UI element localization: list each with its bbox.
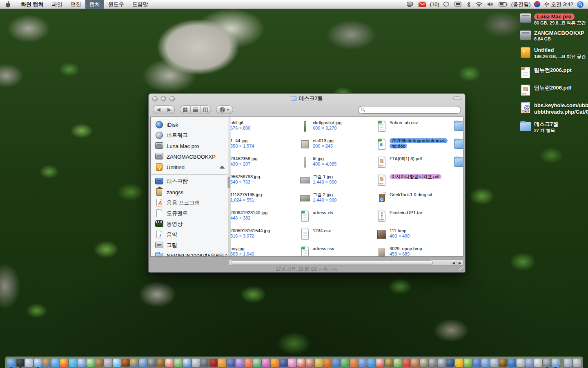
folder-icon-item[interactable]	[454, 156, 463, 168]
desktop-icon-데스크7월[interactable]: 데스크7월27 개 항목	[519, 121, 558, 134]
dock-icon-star-navy[interactable]	[279, 359, 287, 367]
file-item[interactable]: 그림 1.jpg1,440 × 900	[300, 174, 336, 186]
file-item[interactable]: boy.jpg365 × 1,640	[231, 246, 254, 256]
sidebar-item-그림[interactable]: 그림	[151, 240, 228, 251]
app-menu-title[interactable]: 화면 캡처	[17, 0, 48, 9]
dock-icon-capture-one[interactable]	[183, 359, 191, 367]
dock-icon-globe-pet[interactable]	[472, 359, 481, 367]
resize-grip[interactable]	[459, 267, 464, 272]
dock-icon-office-excel[interactable]	[341, 359, 349, 367]
scrollbar-thumb[interactable]	[231, 260, 433, 265]
dock-icon-google-earth[interactable]	[508, 359, 516, 367]
list-view-button[interactable]	[190, 105, 200, 114]
dock-icon-business-card[interactable]	[192, 359, 200, 367]
file-item[interactable]: adress.xls	[300, 210, 333, 222]
file-item[interactable]: ttt.jpg400 × 4,385	[300, 156, 336, 168]
mail-icon[interactable]	[417, 0, 428, 9]
desktop-icon-Untitled[interactable]: Untitled186.26 GB, ...B 여유 공간	[519, 47, 586, 60]
dock-icon-butterfly[interactable]	[262, 359, 270, 367]
dock-icon-feather-quill[interactable]	[253, 359, 261, 367]
dock-icon-msn-messenger[interactable]	[367, 359, 375, 367]
dock-icon-dashboard[interactable]	[16, 359, 24, 367]
dock-icon-finder[interactable]	[7, 359, 16, 367]
sidebar-item-동영상[interactable]: 동영상	[151, 219, 228, 229]
wifi-icon[interactable]	[474, 0, 483, 9]
dock-icon-crystal-pink[interactable]	[288, 359, 296, 367]
file-item[interactable]: ckrtlgustkd.jpg600 × 3,270	[300, 120, 341, 132]
dock-icon-address-book[interactable]	[95, 359, 103, 367]
sidebar-item-NEWRUN2006년5월6월7월[interactable]: NEWRUN2006년5월6월7월	[151, 251, 228, 256]
screen-capture-menu-icon[interactable]	[405, 0, 415, 9]
bluetooth-icon[interactable]	[466, 0, 472, 9]
sidebar-item-네트워크[interactable]: 네트워크	[151, 130, 228, 141]
dock-icon-purple-swoosh[interactable]	[236, 359, 244, 367]
menu-item-파일[interactable]: 파일	[48, 0, 67, 9]
dock-icon-gold-medal[interactable]	[314, 359, 323, 367]
battery-icon[interactable]	[497, 0, 509, 9]
korean-input-flag-icon[interactable]	[533, 0, 541, 9]
desktop-icon-ZANGMACBOOKXP[interactable]: ZANGMACBOOKXP6.84 GB	[519, 29, 584, 42]
dock-icon-itunes[interactable]	[113, 359, 121, 367]
sidebar-item-Untitled[interactable]: Untitled	[151, 162, 228, 173]
desktop-icon-bbs.keyhole.com/ubb/[interactable]: @HTTPbbs.keyhole.com/ubb/ubbthreads.php/…	[519, 102, 588, 115]
volume-icon[interactable]	[486, 0, 495, 9]
dock-icon-cyberduck[interactable]	[455, 359, 463, 367]
dock-icon-toaster[interactable]	[437, 359, 445, 367]
dock-icon-photo-album[interactable]	[420, 359, 428, 367]
dock-icon-flash[interactable]	[376, 359, 384, 367]
sidebar-item-도큐멘트[interactable]: 도큐멘트	[151, 208, 228, 219]
file-item[interactable]: Yahoo_ab.csv	[376, 120, 418, 132]
icon-view-button[interactable]	[180, 105, 190, 114]
sidebar-item-ZANGMACBOOKXP[interactable]: ZANGMACBOOKXP	[151, 151, 228, 162]
dock-icon-imovie[interactable]	[130, 359, 138, 367]
dock-icon-flash-player[interactable]	[402, 359, 410, 367]
dock-icon-blue-bag[interactable]	[525, 359, 533, 367]
file-item[interactable]: GeekTool-1.0.dmg.sit	[376, 192, 432, 204]
dock-icon-calculator[interactable]	[104, 359, 112, 367]
file-item[interactable]: etc013.jpg200 × 245	[300, 138, 334, 150]
folder-icon-item[interactable]	[454, 120, 463, 132]
spotlight-icon[interactable]	[576, 0, 585, 9]
sidebar-item-Luna Mac pro[interactable]: Luna Mac pro	[151, 141, 228, 151]
file-item[interactable]: 1_44.jpg550 × 1,574	[231, 138, 254, 150]
file-item[interactable]: phil.gif676 × 800	[231, 120, 250, 132]
sidebar-item-iDisk[interactable]: iDisk	[151, 119, 228, 130]
dock-icon-skype[interactable]	[69, 359, 77, 367]
dock-icon-wmv-player[interactable]	[174, 359, 182, 367]
dock-icon-pencil-x[interactable]	[306, 359, 314, 367]
dock-icon-image-capture[interactable]	[543, 359, 551, 367]
dock-icon-yahoo-messenger[interactable]	[60, 359, 68, 367]
menu-item-도움말[interactable]: 도움말	[128, 0, 152, 9]
dock-icon-photoshop[interactable]	[121, 359, 129, 367]
dock-icon-sherlock[interactable]	[139, 359, 147, 367]
dock-icon-feather-red[interactable]	[244, 359, 252, 367]
dock-icon-garageband[interactable]	[156, 359, 165, 367]
dock-icon-flower-orange[interactable]	[271, 359, 279, 367]
minimize-button[interactable]	[161, 96, 166, 101]
menu-item-캡처[interactable]: 캡처	[85, 0, 104, 9]
dock-icon-stuffit-expander[interactable]	[481, 359, 490, 367]
scroll-left-arrow[interactable]: ◀	[450, 261, 457, 265]
search-field[interactable]	[358, 106, 461, 114]
dock-icon-dark-planet[interactable]	[499, 359, 507, 367]
dock-icon-word-live[interactable]	[78, 359, 86, 367]
desktop-icon-팀뉴런2006.pdf[interactable]: 팀뉴런2006.pdf	[519, 84, 572, 96]
dock-icon-trash[interactable]	[572, 359, 581, 367]
toolbar-toggle-pill[interactable]	[453, 96, 461, 100]
eject-icon[interactable]	[220, 166, 225, 169]
scroll-right-arrow[interactable]: ▶	[457, 261, 463, 265]
dock-icon-iphoto[interactable]	[552, 359, 560, 367]
dock-icon-ink-pen[interactable]	[429, 359, 437, 367]
dock-icon-documents-stack[interactable]	[564, 359, 572, 367]
desktop-icon-Luna Mac pro[interactable]: Luna Mac pro86 GB, 29.8...B 여유 공간	[519, 12, 586, 26]
file-item[interactable]: 1234.csv	[300, 228, 331, 240]
horizontal-scrollbar[interactable]: ◀ ▶	[229, 260, 463, 266]
dock-icon-ichat[interactable]	[51, 359, 59, 367]
search-input[interactable]	[366, 107, 458, 112]
file-item[interactable]: 2005913161544.jpg316 × 3,072	[231, 228, 270, 240]
dock-icon-final-cut[interactable]	[148, 359, 156, 367]
ichat-bubble-icon[interactable]	[442, 0, 451, 9]
dock-icon-mail[interactable]	[25, 359, 33, 367]
dock-icon-safari[interactable]	[33, 359, 42, 367]
dock-icon-dreamweaver[interactable]	[394, 359, 402, 367]
